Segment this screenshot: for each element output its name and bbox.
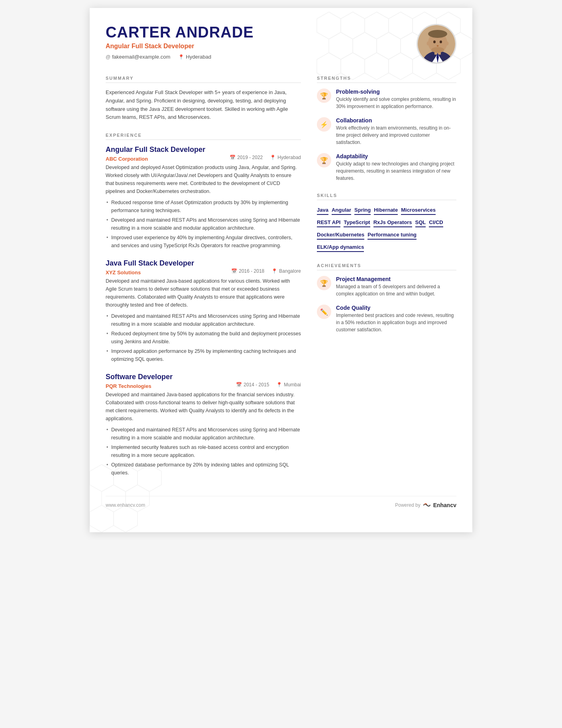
job-1-company: ABC Corporation — [106, 156, 148, 162]
job-3-desc: Developed and maintained Java-based appl… — [106, 391, 301, 423]
achievements-section: ACHIEVEMENTS 🏆 Project Management Manage… — [317, 263, 456, 333]
right-column: STRENGTHS 🏆 Problem-solving Quickly iden… — [317, 76, 456, 488]
strength-1-name: Problem-solving — [336, 89, 456, 95]
skill-microservices: Microservices — [401, 206, 436, 215]
left-column: SUMMARY Experienced Angular Full Stack D… — [106, 76, 301, 488]
job-3-company: PQR Technologies — [106, 383, 151, 389]
job-1-bullet-3: Improved user experience by 40% by imple… — [106, 234, 301, 250]
pin-icon-3: 📍 — [276, 382, 282, 388]
job-2-bullet-3: Improved application performance by 25% … — [106, 347, 301, 363]
svg-point-33 — [433, 41, 436, 43]
svg-point-34 — [440, 41, 442, 43]
job-2-title: Java Full Stack Developer — [106, 259, 301, 268]
strength-icon-3: 🏆 — [317, 153, 331, 167]
job-3-location: 📍 Mumbai — [276, 382, 301, 388]
contact-info: @ fakeemail@example.com 📍 Hyderabad — [106, 54, 417, 60]
avatar — [417, 24, 456, 64]
achievement-project-mgmt: 🏆 Project Management Managed a team of 5… — [317, 276, 456, 297]
job-3-period: 📅 2014 - 2015 — [236, 382, 269, 388]
experience-label: EXPERIENCE — [106, 133, 301, 140]
svg-point-31 — [428, 30, 447, 38]
job-3-bullet-2: Implemented security features such as ro… — [106, 443, 301, 459]
skill-spring: Spring — [354, 206, 371, 215]
enhancv-logo-mark — [423, 502, 431, 508]
location-contact: 📍 Hyderabad — [178, 54, 211, 60]
job-1-bullet-2: Developed and maintained REST APIs and M… — [106, 216, 301, 232]
location-value: Hyderabad — [186, 54, 211, 60]
job-1-bullets: Reduced response time of Asset Optimizat… — [106, 199, 301, 250]
svg-point-36 — [427, 41, 430, 45]
skill-java: Java — [317, 206, 328, 215]
brand-name: Enhancv — [433, 502, 456, 508]
calendar-icon-2: 📅 — [231, 268, 237, 274]
strengths-label: STRENGTHS — [317, 76, 456, 83]
calendar-icon: 📅 — [230, 155, 236, 160]
email-icon: @ — [106, 54, 110, 60]
strength-collaboration: ⚡ Collaboration Work effectively in team… — [317, 117, 456, 146]
powered-by-text: Powered by — [395, 502, 420, 508]
job-3-title: Software Developer — [106, 373, 301, 381]
achievement-icon-1: 🏆 — [317, 276, 331, 290]
strength-problem-solving: 🏆 Problem-solving Quickly identify and s… — [317, 89, 456, 110]
strength-icon-2: ⚡ — [317, 117, 331, 132]
summary-section: SUMMARY Experienced Angular Full Stack D… — [106, 76, 301, 122]
skills-grid: Java Angular Spring Hibernate Microservi… — [317, 206, 456, 252]
job-1-desc: Developed and deployed Asset Optimizatio… — [106, 163, 301, 195]
calendar-icon-3: 📅 — [236, 382, 242, 388]
job-3-bullet-1: Developed and maintained REST APIs and M… — [106, 426, 301, 442]
job-2-location: 📍 Bangalore — [271, 268, 301, 274]
achievements-label: ACHIEVEMENTS — [317, 263, 456, 270]
pin-icon: 📍 — [270, 155, 276, 160]
job-2-bullet-1: Developed and maintained REST APIs and M… — [106, 312, 301, 328]
job-3-meta: 📅 2014 - 2015 📍 Mumbai — [236, 382, 301, 388]
job-1-period: 📅 2019 - 2022 — [230, 155, 263, 160]
main-layout: SUMMARY Experienced Angular Full Stack D… — [106, 76, 456, 488]
skill-cicd: CI/CD — [429, 218, 443, 227]
summary-text: Experienced Angular Full Stack Developer… — [106, 89, 301, 122]
job-2-bullets: Developed and maintained REST APIs and M… — [106, 312, 301, 363]
strength-3-name: Adaptability — [336, 153, 456, 159]
skill-performance: Performance tuning — [367, 230, 417, 240]
achievement-code-quality: ✏️ Code Quality Implemented best practic… — [317, 305, 456, 333]
job-2-meta: 📅 2016 - 2018 📍 Bangalore — [231, 268, 301, 274]
achievement-1-desc: Managed a team of 5 developers and deliv… — [336, 283, 456, 297]
job-2-desc: Developed and maintained Java-based appl… — [106, 277, 301, 309]
candidate-title: Angular Full Stack Developer — [106, 43, 417, 50]
job-2-period: 📅 2016 - 2018 — [231, 268, 264, 274]
skill-elk: ELK/App dynamics — [317, 243, 364, 252]
skill-docker: Docker/Kubernetes — [317, 230, 364, 240]
skill-hibernate: Hibernate — [374, 206, 398, 215]
skill-angular: Angular — [332, 206, 351, 215]
location-icon: 📍 — [178, 54, 184, 60]
resume-header: CARTER ANDRADE Angular Full Stack Develo… — [106, 24, 456, 64]
skill-typescript: TypeScript — [344, 218, 370, 227]
job-1-title: Angular Full Stack Developer — [106, 146, 301, 154]
job-angular-fullstack: Angular Full Stack Developer ABC Corpora… — [106, 146, 301, 250]
achievement-2-desc: Implemented best practices and code revi… — [336, 312, 456, 333]
achievement-2-name: Code Quality — [336, 305, 456, 311]
strength-icon-1: 🏆 — [317, 89, 331, 103]
footer-website: www.enhancv.com — [106, 502, 145, 508]
svg-point-37 — [446, 41, 449, 45]
job-3-bullet-3: Optimized database performance by 20% by… — [106, 461, 301, 477]
job-java-fullstack: Java Full Stack Developer XYZ Solutions … — [106, 259, 301, 363]
footer-powered: Powered by Enhancv — [395, 502, 456, 508]
experience-section: EXPERIENCE Angular Full Stack Developer … — [106, 133, 301, 477]
candidate-name: CARTER ANDRADE — [106, 24, 417, 41]
achievement-1-name: Project Management — [336, 276, 456, 282]
skill-rest-api: REST API — [317, 218, 340, 227]
job-1-location: 📍 Hyderabad — [270, 155, 301, 160]
skill-sql: SQL — [415, 218, 426, 227]
strength-adaptability: 🏆 Adaptability Quickly adapt to new tech… — [317, 153, 456, 182]
strength-2-desc: Work effectively in team environments, r… — [336, 124, 456, 146]
strength-3-desc: Quickly adapt to new technologies and ch… — [336, 160, 456, 182]
job-3-bullets: Developed and maintained REST APIs and M… — [106, 426, 301, 477]
job-1-bullet-1: Reduced response time of Asset Optimizat… — [106, 199, 301, 214]
header-left: CARTER ANDRADE Angular Full Stack Develo… — [106, 24, 417, 60]
pin-icon-2: 📍 — [271, 268, 277, 274]
email-contact: @ fakeemail@example.com — [106, 54, 170, 60]
summary-label: SUMMARY — [106, 76, 301, 83]
strengths-section: STRENGTHS 🏆 Problem-solving Quickly iden… — [317, 76, 456, 182]
skills-label: SKILLS — [317, 193, 456, 200]
achievement-icon-2: ✏️ — [317, 305, 331, 319]
